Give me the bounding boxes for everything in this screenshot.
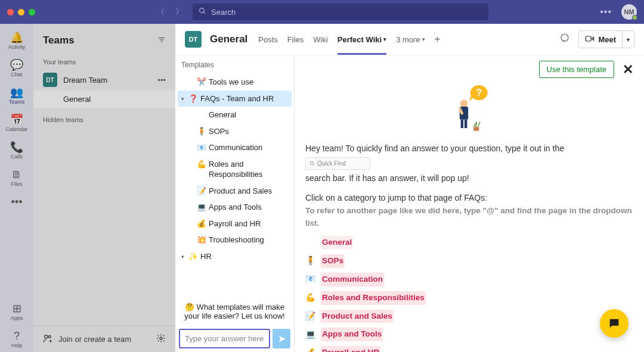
maximize-window-button[interactable] — [29, 9, 35, 15]
svg-point-6 — [48, 335, 51, 338]
svg-rect-17 — [465, 120, 467, 128]
tab-wiki[interactable]: Wiki — [313, 24, 328, 55]
item-emoji-icon: 💥 — [197, 235, 209, 245]
rail-activity[interactable]: 🔔Activity — [0, 29, 33, 54]
item-emoji-icon: 🧍 — [197, 126, 209, 137]
apps-icon: ⊞ — [13, 303, 21, 314]
channel-title: General — [210, 33, 247, 45]
item-label: FAQs - Team and HR — [200, 94, 288, 104]
chevron-down-icon: ▾ — [422, 36, 425, 42]
channel-row-general[interactable]: General — [33, 91, 175, 108]
window-controls — [7, 9, 35, 15]
svg-point-10 — [561, 34, 568, 41]
category-link-row: General — [305, 236, 633, 250]
team-name: Dream Team — [63, 76, 157, 85]
intro-text-a: Hey team! To quickly find an answer to y… — [305, 144, 564, 153]
chat-fab-button[interactable] — [600, 309, 628, 338]
templates-tree: ✂️Tools we use▾❓FAQs - Team and HR Gener… — [175, 71, 294, 297]
category-link[interactable]: Roles and Responsibilities — [321, 291, 426, 305]
tab-perfect-wiki[interactable]: Perfect Wiki▾ — [338, 24, 386, 55]
user-avatar[interactable]: NM — [621, 4, 637, 20]
svg-rect-16 — [461, 120, 464, 128]
category-link[interactable]: Communication — [321, 273, 384, 286]
hidden-teams-label[interactable]: Hidden teams — [33, 108, 175, 132]
template-tree-item[interactable]: ▾✨HR — [178, 248, 292, 265]
template-tree-item[interactable]: ▾❓FAQs - Team and HR — [178, 91, 292, 107]
svg-point-20 — [310, 161, 313, 164]
rail-help[interactable]: ?Help — [0, 327, 33, 352]
category-link[interactable]: Payroll and HR — [321, 346, 380, 352]
item-label: SOPs — [209, 126, 288, 137]
category-link-row: 💪Roles and Responsibilities — [305, 291, 633, 305]
your-teams-label: Your teams — [33, 54, 175, 69]
category-link-row: 📝Product and Sales — [305, 310, 633, 323]
templates-heading: Templates — [175, 55, 294, 71]
tab-posts[interactable]: Posts — [258, 24, 278, 55]
svg-rect-11 — [586, 36, 592, 41]
rail-teams[interactable]: 👥Teams — [0, 83, 33, 108]
search-icon — [199, 7, 206, 17]
use-template-button[interactable]: Use this template — [539, 61, 614, 78]
item-label: HR — [200, 251, 288, 262]
teams-icon: 👥 — [10, 87, 23, 98]
item-emoji-icon: 💰 — [197, 219, 209, 229]
category-link-row: 🧍SOPs — [305, 254, 633, 268]
settings-gear-icon[interactable] — [156, 334, 166, 345]
template-tree-item[interactable]: ✂️Tools we use — [178, 74, 292, 91]
template-tree-item[interactable]: 💻Apps and Tools — [178, 199, 292, 216]
meet-dropdown-button[interactable]: ▾ — [622, 31, 634, 48]
minimize-window-button[interactable] — [18, 9, 24, 15]
filter-icon[interactable] — [157, 36, 166, 46]
more-options-button[interactable]: ••• — [600, 7, 612, 17]
template-tree-item[interactable]: 📝Product and Sales — [178, 183, 292, 200]
rail-chat[interactable]: 💬Chat — [0, 56, 33, 81]
close-icon[interactable]: ✕ — [623, 62, 633, 77]
item-label: Payroll and HR — [209, 219, 288, 229]
rail-apps[interactable]: ⊞Apps — [0, 300, 33, 325]
rail-files[interactable]: 🗎Files — [0, 166, 33, 191]
rail-more[interactable]: ••• — [0, 193, 33, 211]
category-link-row: 📧Communication — [305, 273, 633, 286]
toggle-chat-icon[interactable] — [556, 29, 574, 50]
at-mention-hint: To refer to another page like we did her… — [305, 205, 633, 230]
tab-files[interactable]: Files — [287, 24, 304, 55]
item-emoji-icon: 💪 — [197, 159, 209, 170]
category-link[interactable]: SOPs — [321, 254, 345, 268]
close-window-button[interactable] — [7, 9, 14, 15]
item-emoji-icon: 📝 — [197, 186, 209, 197]
send-button[interactable]: ➤ — [273, 329, 290, 348]
title-bar: 〈 〉 Search ••• NM — [0, 0, 644, 24]
category-link[interactable]: Apps and Tools — [321, 328, 383, 341]
rail-calls[interactable]: 📞Calls — [0, 138, 33, 163]
teams-heading: Teams — [43, 35, 157, 46]
template-tree-item[interactable]: 💪Roles and Responsibilities — [178, 156, 292, 183]
template-tree-item[interactable]: 💰Payroll and HR — [178, 216, 292, 232]
click-category-text: Click on a category to jump to that page… — [305, 192, 633, 205]
more-icon: ••• — [11, 197, 23, 207]
global-search-input[interactable]: Search — [193, 4, 488, 20]
team-row[interactable]: DT Dream Team ••• — [33, 69, 175, 91]
category-emoji-icon: 💻 — [305, 328, 316, 341]
template-answer-input[interactable]: Type your answer here — [179, 329, 270, 348]
template-tree-item[interactable]: 💥Troubleshooting — [178, 232, 292, 248]
item-label: Product and Sales — [209, 186, 288, 197]
chevron-down-icon: ▾ — [383, 36, 386, 42]
category-link[interactable]: General — [321, 236, 353, 250]
channel-header: DT General Posts Files Wiki Perfect Wiki… — [175, 24, 644, 55]
nav-forward-button[interactable]: 〉 — [173, 4, 185, 20]
add-tab-button[interactable]: + — [435, 24, 441, 55]
nav-back-button[interactable]: 〈 — [154, 4, 167, 20]
svg-point-5 — [45, 335, 48, 338]
join-create-link[interactable]: Join or create a team — [58, 335, 131, 344]
quickfind-pill: Quick Find — [305, 157, 370, 170]
tab-more[interactable]: 3 more▾ — [396, 24, 425, 55]
template-tree-item[interactable]: 🧍SOPs — [178, 123, 292, 140]
template-tree-item[interactable]: 📧Communication — [178, 139, 292, 156]
category-link[interactable]: Product and Sales — [321, 310, 394, 323]
teams-list-panel: Teams Your teams DT Dream Team ••• Gener… — [33, 24, 175, 352]
meet-button[interactable]: Meet — [579, 31, 622, 48]
template-tree-item[interactable]: General — [178, 107, 292, 123]
rail-calendar[interactable]: 📅Calendar — [0, 111, 33, 136]
team-more-icon[interactable]: ••• — [157, 76, 166, 85]
item-emoji-icon: ❓ — [188, 94, 200, 104]
